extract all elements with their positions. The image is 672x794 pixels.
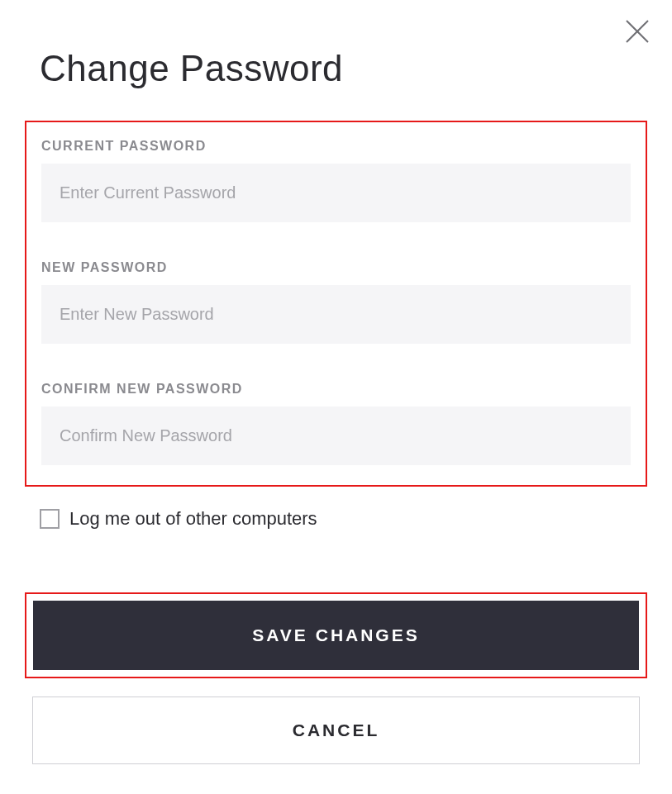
current-password-input[interactable] [41, 164, 631, 222]
confirm-password-input[interactable] [41, 407, 631, 465]
password-form-highlight: CURRENT PASSWORD NEW PASSWORD CONFIRM NE… [25, 121, 647, 487]
logout-checkbox-label: Log me out of other computers [69, 508, 317, 530]
logout-checkbox[interactable] [40, 509, 60, 529]
current-password-label: CURRENT PASSWORD [41, 139, 631, 154]
confirm-password-group: CONFIRM NEW PASSWORD [41, 382, 631, 465]
save-button[interactable]: SAVE CHANGES [33, 601, 639, 670]
close-button[interactable] [621, 17, 654, 50]
page-title: Change Password [40, 48, 672, 89]
save-button-highlight: SAVE CHANGES [25, 592, 647, 678]
new-password-label: NEW PASSWORD [41, 260, 631, 275]
new-password-input[interactable] [41, 285, 631, 344]
logout-checkbox-row[interactable]: Log me out of other computers [40, 508, 672, 530]
current-password-group: CURRENT PASSWORD [41, 139, 631, 222]
new-password-group: NEW PASSWORD [41, 260, 631, 344]
cancel-button[interactable]: CANCEL [32, 697, 640, 764]
confirm-password-label: CONFIRM NEW PASSWORD [41, 382, 631, 397]
close-icon [625, 19, 650, 47]
